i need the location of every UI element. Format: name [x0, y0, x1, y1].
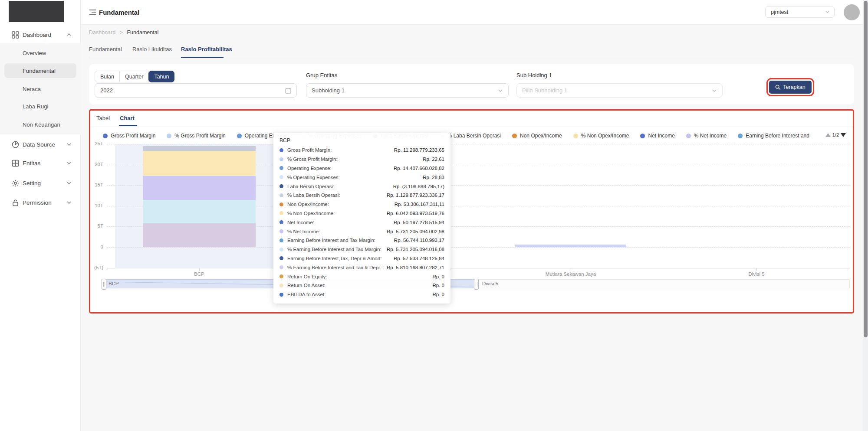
sidebar-item-overview[interactable]: Overview [0, 46, 81, 60]
tooltip-series-dot [279, 229, 283, 233]
sidebar-item-permission[interactable]: Permission [0, 196, 81, 209]
grup-entitas-select[interactable]: Subholding 1 [306, 83, 509, 98]
legend-dot [512, 134, 517, 138]
dashboard-icon [12, 31, 19, 39]
legend-item-label: Net Income [648, 133, 674, 139]
legend-page-down-icon[interactable] [841, 133, 846, 137]
sidebar-item-label: Non Keuangan [23, 121, 60, 128]
chevron-down-icon [66, 200, 72, 205]
tooltip-row: % Laba Bersih Operasi:Rp. 1.129.877.923.… [279, 191, 444, 200]
bar-segment[interactable] [143, 223, 256, 247]
legend-item[interactable]: Gross Profit Margin [103, 133, 155, 139]
tooltip-row: Earning Before Interest,Tax, Depr & Amor… [279, 254, 444, 263]
tab-rasio-likuiditas[interactable]: Rasio Likuiditas [132, 46, 172, 52]
sidebar-item-label: Overview [23, 50, 46, 56]
legend-item[interactable]: Earning Before Interest and Tax ... [738, 133, 810, 139]
tooltip-series-dot [279, 148, 283, 152]
avatar[interactable] [844, 4, 860, 20]
bar-segment[interactable] [515, 245, 626, 247]
period-bulan-button[interactable]: Bulan [95, 71, 120, 82]
legend-item[interactable]: Net Income [640, 133, 674, 139]
sub-holding-select[interactable]: Pilih Subholding 1 [516, 83, 723, 98]
entitas-icon [12, 160, 19, 167]
search-icon [775, 85, 780, 90]
tooltip-row: Gross Profit Margin:Rp. 11.298.779.233,6… [279, 146, 444, 155]
page-title: Fundamental [99, 9, 139, 16]
sidebar-item-fundamental[interactable]: Fundamental [4, 63, 76, 78]
tooltip-row: Non Opex/Income:Rp. 53.306.167.311,11 [279, 200, 444, 209]
app-logo [9, 1, 64, 22]
grup-entitas-label: Grup Entitas [306, 72, 337, 78]
bar-segment[interactable] [143, 151, 256, 176]
sub-holding-placeholder: Pilih Subholding 1 [522, 87, 712, 94]
tooltip-row-value: Rp. (3.108.888.795,17) [393, 184, 444, 189]
sidebar-item-label: Neraca [23, 86, 41, 92]
tooltip-series-dot [279, 166, 283, 170]
menu-fold-icon[interactable] [89, 9, 96, 16]
tooltip-row: Return On Equity:Rp. 0 [279, 272, 444, 281]
tooltip-row: % Earning Before Interest and Tax Margin… [279, 245, 444, 254]
bar-segment[interactable] [143, 200, 256, 224]
bar-segment[interactable] [143, 146, 256, 151]
sidebar-item-non-keuangan[interactable]: Non Keuangan [0, 117, 81, 132]
sidebar-item-label: Data Source [23, 141, 55, 148]
legend-item-label: Gross Profit Margin [111, 133, 155, 139]
legend-dot [103, 134, 108, 138]
y-axis-tick-label: 20T [90, 162, 103, 167]
tooltip-series-dot [279, 202, 283, 206]
datazoom-track[interactable]: BCP Divisi 5 [103, 279, 850, 288]
legend-pager: 1/2 [825, 132, 846, 137]
tooltip-row-label: % Laba Bersih Operasi: [287, 193, 387, 198]
legend-dot [686, 134, 691, 138]
tooltip-row: % Net Income:Rp. 5.731.205.094.002,98 [279, 227, 444, 236]
datazoom-right-handle[interactable] [474, 279, 479, 290]
tooltip-series-dot [279, 211, 283, 215]
sidebar-item-data-source[interactable]: Data Source [0, 137, 81, 151]
datazoom-left-handle[interactable] [102, 279, 106, 290]
legend-item[interactable]: % Net Income [686, 133, 727, 139]
x-axis-category-label: Mutiara Sekawan Jaya [527, 271, 614, 277]
tooltip-row: % Operating Expenses:Rp. 28,83 [279, 173, 444, 182]
gear-icon [12, 180, 19, 187]
sidebar-item-label: Entitas [23, 160, 40, 167]
tooltip-series-dot [279, 220, 283, 224]
tab-fundamental[interactable]: Fundamental [89, 46, 122, 52]
active-view-underline [119, 125, 137, 126]
legend-item-label: % Net Income [694, 133, 727, 139]
datazoom-left-label: BCP [108, 281, 119, 286]
sub-holding-label: Sub Holding 1 [516, 72, 552, 78]
app-root: Dashboard Overview Fundamental Neraca La… [0, 0, 868, 431]
breadcrumb-item-dashboard[interactable]: Dashboard [89, 29, 115, 36]
period-tahun-button[interactable]: Tahun [148, 71, 174, 82]
scrollbar-thumb[interactable] [864, 1, 868, 337]
sidebar-item-neraca[interactable]: Neraca [0, 82, 81, 96]
datazoom-right-label: Divisi 5 [482, 281, 498, 286]
year-input[interactable]: 2022 [95, 83, 297, 98]
legend-item-label: % Laba Bersih Operasi [447, 133, 501, 139]
sidebar-item-laba-rugi[interactable]: Laba Rugi [0, 99, 81, 114]
sidebar-item-entitas[interactable]: Entitas [0, 156, 81, 170]
sidebar-item-dashboard[interactable]: Dashboard [0, 28, 81, 42]
bar-segment[interactable] [143, 176, 256, 200]
x-axis-tick [199, 268, 200, 271]
period-quarter-button[interactable]: Quarter [120, 71, 149, 82]
legend-item[interactable]: % Non Opex/Income [573, 133, 629, 139]
terapkan-button[interactable]: Terapkan [769, 81, 812, 94]
sidebar-item-setting[interactable]: Setting [0, 176, 81, 190]
tooltip-row-label: % Operating Expenses: [287, 175, 423, 180]
data-source-icon [12, 141, 19, 148]
tooltip-row-value: Rp. 0 [433, 292, 445, 297]
tab-rasio-profitabilitas[interactable]: Rasio Profitabilitas [181, 46, 232, 52]
legend-item[interactable]: % Gross Profit Margin [167, 133, 225, 139]
scrollbar-track[interactable] [863, 0, 868, 431]
view-tab-chart[interactable]: Chart [120, 115, 135, 121]
tooltip-row-label: Non Opex/Income: [287, 202, 395, 207]
view-tab-tabel[interactable]: Tabel [96, 115, 110, 121]
tooltip-row-label: Return On Asset: [287, 283, 433, 288]
tooltip-row-value: Rp. 14.407.668.028,82 [394, 166, 444, 171]
tooltip-row-label: Laba Bersih Operasi: [287, 184, 393, 189]
legend-item[interactable]: Non Opex/Income [512, 133, 562, 139]
legend-dot [573, 134, 578, 138]
user-dropdown[interactable]: pjmtest [765, 6, 835, 18]
legend-page-up-icon[interactable] [825, 133, 831, 137]
